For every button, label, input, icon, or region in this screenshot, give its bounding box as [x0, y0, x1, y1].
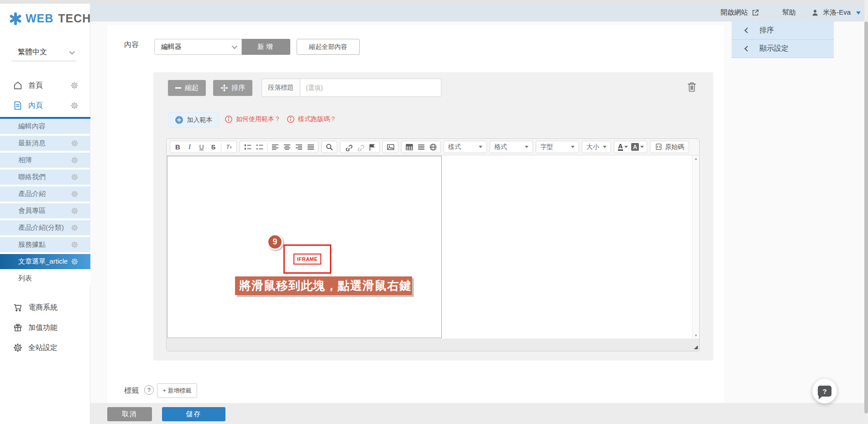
page-scrollbar-thumb[interactable]: [864, 21, 868, 413]
insert-table-button[interactable]: [403, 142, 415, 152]
help-fab-button[interactable]: ?: [812, 379, 837, 403]
help-bubble-icon: ?: [818, 386, 831, 397]
editor-content-area[interactable]: 9 IFRAME 將滑鼠移到此塊，點選滑鼠右鍵 ▲ ▼: [167, 155, 699, 339]
gear-icon[interactable]: [70, 81, 78, 90]
help-menu-button[interactable]: 幫助: [782, 4, 796, 21]
scroll-up-icon[interactable]: ▲: [693, 157, 699, 161]
gear-icon[interactable]: [71, 207, 78, 215]
background-color-button[interactable]: A: [630, 142, 645, 152]
add-template-button[interactable]: 加入範本: [168, 112, 219, 127]
format-dropdown-label: 格式: [494, 143, 507, 151]
caret-down-icon: [624, 146, 628, 148]
style-dropdown-label: 樣式: [448, 143, 461, 151]
sidebar-item-label: 電商系統: [28, 303, 58, 313]
numbered-list-button[interactable]: [242, 142, 253, 152]
scroll-down-icon[interactable]: ▼: [693, 334, 699, 338]
sidebar-item-label: 內頁: [28, 101, 43, 111]
editor-scrollbar[interactable]: ▲ ▼: [692, 155, 699, 339]
paragraph-title-input[interactable]: [300, 79, 441, 97]
sidebar-subitem-news[interactable]: 最新消息: [0, 136, 90, 151]
collapse-section-button[interactable]: 縮起: [168, 80, 206, 96]
gear-icon: [13, 343, 23, 353]
sidebar-subitem-album[interactable]: 相簿: [0, 153, 90, 168]
sidebar-subitem-article-menu[interactable]: 文章選單_article: [0, 254, 90, 269]
chevron-left-icon: [744, 27, 750, 33]
gear-icon[interactable]: [71, 258, 78, 265]
font-dropdown[interactable]: 字型: [536, 141, 579, 153]
trash-icon[interactable]: [686, 80, 698, 93]
instruction-banner: 將滑鼠移到此塊，點選滑鼠右鍵: [235, 276, 412, 295]
open-website-button[interactable]: 開啟網站: [721, 4, 759, 21]
text-color-button[interactable]: A: [616, 142, 630, 152]
cancel-button[interactable]: 取消: [107, 407, 152, 421]
content-type-select[interactable]: 編輯器: [154, 39, 242, 55]
gear-icon[interactable]: [71, 139, 78, 147]
sidebar: WEBTECH 繁體中文 首頁 內頁 編輯內容 最新消息 相簿: [0, 4, 90, 424]
style-dropdown[interactable]: 樣式: [444, 141, 487, 153]
unlink-button[interactable]: [354, 142, 366, 152]
language-selector[interactable]: 繁體中文: [11, 44, 76, 61]
page-icon: [13, 101, 23, 111]
sort-section-button[interactable]: 排序: [213, 80, 252, 96]
sidebar-item-site-settings[interactable]: 全站設定: [0, 340, 90, 355]
anchor-flag-button[interactable]: [366, 142, 377, 152]
remove-format-button[interactable]: Tx: [223, 142, 235, 152]
save-button[interactable]: 儲存: [162, 407, 225, 421]
align-justify-button[interactable]: [305, 142, 316, 152]
gear-icon[interactable]: [71, 224, 78, 232]
align-center-button[interactable]: [281, 142, 293, 152]
subitem-label: 服務據點: [18, 240, 46, 249]
horizontal-rule-button[interactable]: [415, 142, 427, 152]
page-scrollbar[interactable]: [864, 0, 868, 424]
question-circle-icon[interactable]: ?: [144, 385, 154, 395]
insert-image-button[interactable]: [385, 142, 396, 152]
add-tag-button[interactable]: + 新增標籤: [157, 383, 197, 398]
gear-icon[interactable]: [71, 156, 78, 164]
sidebar-subitem-products[interactable]: 產品介紹: [0, 186, 90, 201]
strikethrough-button[interactable]: S: [208, 142, 219, 152]
gear-icon[interactable]: [70, 101, 78, 110]
info-circle-icon: [287, 115, 295, 123]
how-to-use-template-link[interactable]: 如何使用範本？: [225, 115, 281, 123]
search-icon[interactable]: [324, 142, 335, 152]
add-content-button[interactable]: 新增: [242, 39, 290, 55]
underline-button[interactable]: U: [196, 142, 207, 152]
iframe-placeholder-block: IFRAME: [283, 244, 331, 274]
bulleted-list-button[interactable]: [254, 142, 265, 152]
source-code-button[interactable]: 原始碼: [652, 142, 687, 152]
bold-button[interactable]: B: [172, 142, 183, 152]
language-label: 繁體中文: [18, 48, 47, 57]
align-right-button[interactable]: [293, 142, 304, 152]
sidebar-item-ecommerce[interactable]: 電商系統: [0, 300, 90, 315]
sidebar-subitem-edit-content[interactable]: 編輯內容: [0, 119, 90, 134]
paragraph-title-label: 段落標題: [261, 79, 300, 97]
panel-item-sort[interactable]: 排序: [732, 21, 834, 40]
italic-button[interactable]: I: [184, 142, 195, 152]
sidebar-item-addons[interactable]: 加值功能: [0, 320, 90, 335]
sidebar-subitem-service-locations[interactable]: 服務據點: [0, 237, 90, 252]
align-left-button[interactable]: [269, 142, 281, 152]
gear-icon[interactable]: [71, 190, 78, 198]
move-icon: [220, 84, 228, 92]
collapse-all-button[interactable]: 縮起全部內容: [297, 39, 360, 55]
step-number-badge: 9: [267, 234, 283, 250]
link-button[interactable]: [342, 142, 354, 152]
sidebar-subitem-members[interactable]: 會員專區: [0, 203, 90, 218]
iframe-label: IFRAME: [293, 254, 321, 265]
panel-item-display-settings[interactable]: 顯示設定: [732, 40, 834, 58]
bg-color-letter: A: [631, 143, 639, 151]
size-dropdown[interactable]: 大小: [582, 141, 611, 153]
style-issue-link[interactable]: 樣式跑版嗎？: [287, 115, 336, 123]
gear-icon[interactable]: [71, 241, 78, 249]
sidebar-item-inner-pages[interactable]: 內頁: [0, 98, 90, 113]
sidebar-item-home[interactable]: 首頁: [0, 78, 90, 93]
resize-grip-icon[interactable]: ◢: [694, 344, 698, 350]
sidebar-subitem-contact[interactable]: 聯絡我們: [0, 170, 90, 185]
sidebar-subitem-products-category[interactable]: 產品介紹(分類): [0, 220, 90, 235]
special-char-globe-button[interactable]: [427, 142, 439, 152]
sidebar-subitem-list[interactable]: 列表: [0, 271, 90, 286]
gear-icon[interactable]: [71, 173, 78, 181]
user-menu[interactable]: 米洛-Eva: [811, 4, 851, 21]
user-caret-down-icon[interactable]: [856, 11, 861, 15]
format-dropdown[interactable]: 格式: [490, 141, 533, 153]
